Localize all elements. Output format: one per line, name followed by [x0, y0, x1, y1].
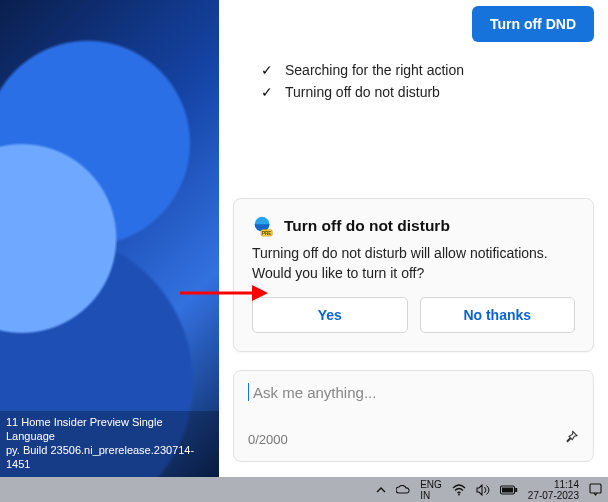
check-icon: ✓ [261, 62, 275, 78]
time-text: 11:14 [528, 479, 579, 490]
system-tray: ENG IN 11:14 27-07-2023 [376, 479, 602, 501]
ask-input[interactable] [253, 384, 579, 401]
svg-rect-7 [515, 488, 517, 492]
taskbar[interactable]: ENG IN 11:14 27-07-2023 [0, 477, 608, 502]
confirmation-card: PRE Turn off do not disturb Turning off … [233, 198, 594, 352]
copilot-preview-icon: PRE [252, 215, 274, 237]
card-body: Turning off do not disturb will allow no… [252, 243, 575, 283]
wifi-icon[interactable] [452, 484, 466, 496]
volume-icon[interactable] [476, 484, 490, 496]
svg-point-5 [458, 493, 460, 495]
date-text: 27-07-2023 [528, 490, 579, 501]
status-item: ✓ Turning off do not disturb [261, 84, 594, 100]
lang-bottom: IN [420, 490, 442, 501]
clock[interactable]: 11:14 27-07-2023 [528, 479, 579, 501]
language-indicator[interactable]: ENG IN [420, 479, 442, 501]
svg-text:PRE: PRE [262, 231, 271, 236]
status-item: ✓ Searching for the right action [261, 62, 594, 78]
yes-button[interactable]: Yes [252, 297, 408, 333]
action-status-list: ✓ Searching for the right action ✓ Turni… [233, 62, 594, 106]
pin-icon[interactable] [563, 429, 579, 449]
check-icon: ✓ [261, 84, 275, 100]
battery-icon[interactable] [500, 485, 518, 495]
svg-rect-9 [590, 484, 601, 493]
copilot-panel: Turn off DND ✓ Searching for the right a… [219, 0, 608, 477]
windows-build-info: 11 Home Insider Preview Single Language … [0, 411, 219, 477]
text-caret [248, 383, 249, 401]
card-title: Turn off do not disturb [284, 217, 450, 235]
svg-rect-8 [502, 487, 513, 492]
lang-top: ENG [420, 479, 442, 490]
onedrive-icon[interactable] [396, 485, 410, 495]
build-line-2: py. Build 23506.ni_prerelease.230714-145… [6, 443, 213, 471]
no-thanks-button[interactable]: No thanks [420, 297, 576, 333]
ask-input-card: 0/2000 [233, 370, 594, 462]
desktop-wallpaper: 11 Home Insider Preview Single Language … [0, 0, 219, 477]
status-text: Searching for the right action [285, 62, 464, 78]
build-line-1: 11 Home Insider Preview Single Language [6, 415, 213, 443]
chevron-up-icon[interactable] [376, 485, 386, 495]
char-counter: 0/2000 [248, 432, 288, 447]
turn-off-dnd-button[interactable]: Turn off DND [472, 6, 594, 42]
notifications-icon[interactable] [589, 483, 602, 496]
status-text: Turning off do not disturb [285, 84, 440, 100]
